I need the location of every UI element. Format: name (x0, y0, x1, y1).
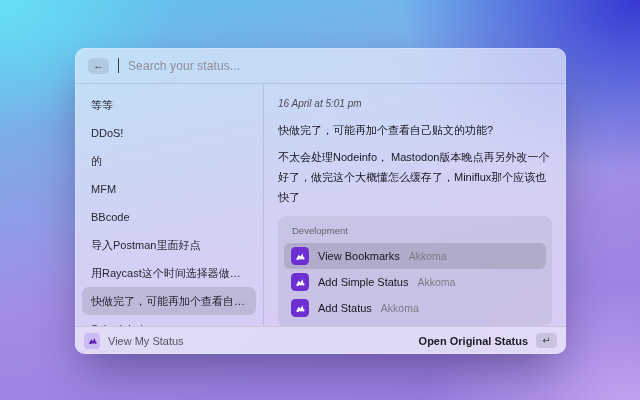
search-input[interactable]: Search your status... (128, 59, 240, 73)
akkoma-icon (291, 273, 309, 291)
actions-panel: Development View Bookmarks Akkoma (278, 216, 552, 326)
status-list-item[interactable]: 等等 (82, 91, 256, 119)
status-list-item[interactable]: BBcode (82, 203, 256, 231)
status-list: 等等 DDoS! 的 MFM BBcode 导入Postman里面好点 用Ray… (75, 84, 264, 326)
status-list-item[interactable]: 用Raycast这个时间选择器做定时很方… (82, 259, 256, 287)
status-list-item[interactable]: MFM (82, 175, 256, 203)
back-button[interactable]: ← (88, 58, 109, 74)
action-row[interactable]: View Bookmarks Akkoma (284, 243, 546, 269)
status-list-item[interactable]: 快做完了，可能再加个查看自己贴文的… (82, 287, 256, 315)
action-row[interactable]: Add Simple Status Akkoma (284, 269, 546, 295)
status-date: 16 April at 5:01 pm (278, 98, 552, 109)
status-detail-pane: 16 April at 5:01 pm 快做完了，可能再加个查看自己贴文的功能?… (264, 84, 566, 326)
action-row[interactable]: Add Status Akkoma (284, 295, 546, 321)
status-list-item[interactable]: 导入Postman里面好点 (82, 231, 256, 259)
return-key-icon: ↵ (536, 333, 557, 348)
status-paragraph: 快做完了，可能再加个查看自己贴文的功能? (278, 120, 552, 140)
status-list-item[interactable]: 的 (82, 147, 256, 175)
actions-section-title: Development (284, 222, 546, 243)
status-paragraph: 不太会处理Nodeinfo， Mastodon版本晚点再另外改一个好了，做完这个… (278, 147, 552, 207)
arrow-left-icon: ← (93, 60, 104, 71)
text-caret (118, 58, 119, 73)
search-bar: ← Search your status... (75, 48, 566, 83)
status-list-item[interactable]: DDoS! (82, 119, 256, 147)
open-original-status-button[interactable]: Open Original Status (419, 335, 528, 347)
akkoma-icon (291, 299, 309, 317)
status-list-item[interactable]: Scheduled (82, 315, 256, 326)
akkoma-icon (291, 247, 309, 265)
akkoma-app-icon (84, 333, 100, 349)
action-bar: View My Status Open Original Status ↵ (75, 326, 566, 354)
raycast-window: ← Search your status... 等等 DDoS! 的 MFM B… (75, 48, 566, 354)
main-area: 等等 DDoS! 的 MFM BBcode 导入Postman里面好点 用Ray… (75, 84, 566, 326)
view-my-status-button[interactable]: View My Status (108, 335, 184, 347)
